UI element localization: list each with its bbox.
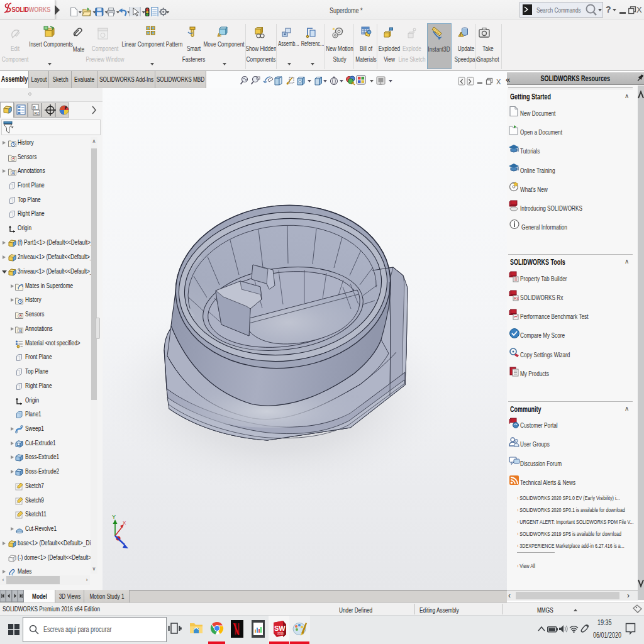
svg-text:X: X: [496, 78, 501, 86]
svg-text:SW: SW: [274, 625, 286, 632]
svg-text:2016: 2016: [277, 632, 284, 635]
svg-text:!: !: [460, 33, 462, 36]
svg-text:Y: Y: [112, 514, 116, 520]
svg-text:X: X: [123, 520, 126, 526]
svg-text:SOLIDWORKS: SOLIDWORKS: [11, 6, 50, 14]
svg-text:Rx: Rx: [514, 296, 519, 301]
